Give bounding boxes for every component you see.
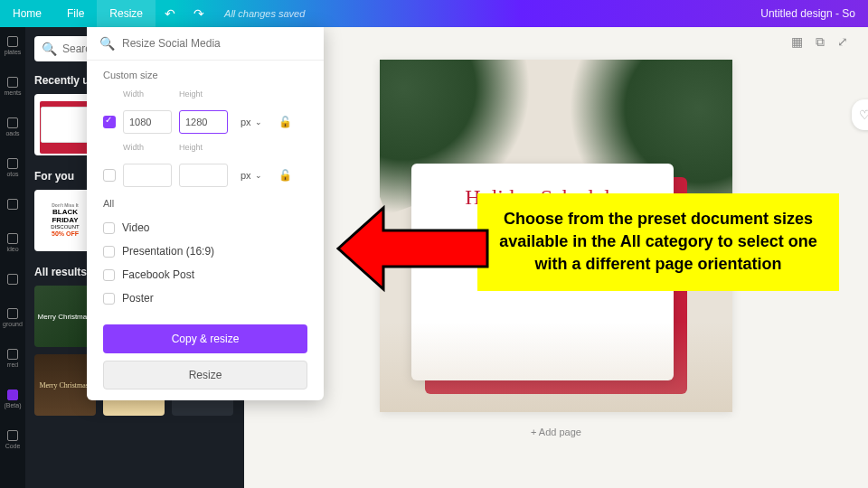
expand-icon[interactable]: ⤢ [837, 34, 848, 50]
redo-icon[interactable]: ↷ [184, 0, 213, 27]
annotation-arrow [329, 194, 492, 303]
preset-poster[interactable]: Poster [103, 286, 307, 310]
resize-button[interactable]: Resize [97, 0, 156, 27]
lock-icon[interactable]: 🔓 [275, 116, 296, 128]
unit-select[interactable]: px⌄ [235, 164, 268, 187]
rail-starred[interactable]: rred [0, 349, 25, 368]
save-status: All changes saved [213, 8, 316, 19]
rail-uploads[interactable]: oads [0, 117, 25, 136]
width-label: Width [123, 89, 172, 99]
all-category-label: All [103, 198, 307, 209]
height-input-2[interactable] [179, 164, 228, 187]
resize-only-button[interactable]: Resize [103, 361, 307, 389]
rail-videos[interactable] [0, 274, 25, 286]
table-decoration [380, 322, 732, 412]
resize-search-input[interactable] [122, 37, 311, 50]
file-button[interactable]: File [54, 0, 97, 27]
annotation-callout: Choose from the preset document sizes av… [477, 193, 839, 291]
width-input-1[interactable] [123, 110, 172, 134]
rail-audio[interactable]: ideo [0, 233, 25, 252]
rail-qrcode[interactable]: Code [0, 430, 25, 449]
height-input-1[interactable] [179, 110, 228, 134]
copy-resize-button[interactable]: Copy & resize [103, 324, 307, 353]
rail-photos[interactable]: otos [0, 158, 25, 177]
search-icon: 🔍 [42, 42, 57, 56]
lock-icon: 🔓 [275, 169, 296, 182]
grid-view-icon[interactable]: ▦ [791, 34, 803, 50]
like-button[interactable]: ♡ [852, 99, 868, 130]
preset-facebook-post[interactable]: Facebook Post [103, 263, 307, 286]
rail-text[interactable] [0, 199, 25, 211]
width-input-2[interactable] [123, 164, 172, 187]
search-icon: 🔍 [99, 36, 115, 51]
resize-search[interactable]: 🔍 [87, 27, 324, 61]
left-rail: plates ments oads otos ideo ground rred … [0, 27, 25, 488]
height-label: Height [179, 143, 228, 152]
size-checkbox-1[interactable] [103, 116, 116, 128]
duplicate-icon[interactable]: ⧉ [816, 34, 825, 50]
rail-background[interactable]: ground [0, 308, 25, 327]
document-title[interactable]: Untitled design - So [760, 7, 868, 20]
chevron-down-icon: ⌄ [255, 117, 262, 127]
topbar-left: Home File Resize ↶ ↷ All changes saved [0, 0, 316, 27]
preset-video[interactable]: Video [103, 216, 307, 239]
rail-elements[interactable]: ments [0, 77, 25, 96]
unit-select[interactable]: px⌄ [235, 110, 268, 134]
chevron-down-icon: ⌄ [255, 171, 262, 180]
width-label: Width [123, 143, 172, 152]
home-button[interactable]: Home [0, 0, 54, 27]
undo-icon[interactable]: ↶ [156, 0, 184, 27]
rail-templates[interactable]: plates [0, 36, 25, 55]
preset-presentation[interactable]: Presentation (16:9) [103, 239, 307, 263]
add-page-button[interactable]: + Add page [531, 427, 581, 437]
height-label: Height [179, 89, 228, 99]
resize-dropdown-panel: 🔍 Custom size Width Height px⌄ 🔓 Width H… [87, 27, 324, 400]
size-checkbox-2[interactable] [103, 169, 116, 182]
rail-beta[interactable]: (Beta) [0, 389, 25, 408]
top-toolbar: Home File Resize ↶ ↷ All changes saved U… [0, 0, 868, 27]
custom-size-label: Custom size [103, 70, 307, 80]
